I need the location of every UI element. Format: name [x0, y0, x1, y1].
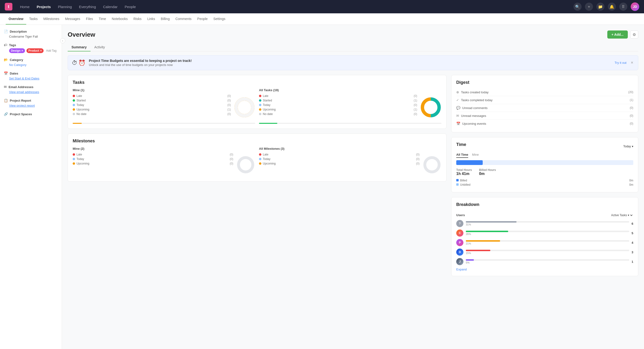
time-card: Time Today ▾ All Time Mine	[451, 137, 638, 192]
mine-tasks-donut	[234, 97, 255, 118]
time-tab-alltime[interactable]: All Time	[456, 153, 468, 158]
sidebar-collapse-button[interactable]: ‹	[60, 38, 65, 43]
sub-navigation: Overview Tasks Milestones Messages Files…	[0, 13, 644, 25]
nav-projects[interactable]: Projects	[34, 3, 54, 11]
banner-title: Project Time Budgets are essential to ke…	[89, 59, 611, 63]
svg-point-1	[236, 99, 253, 116]
all-late-row: Late (0)	[259, 94, 417, 98]
folder-button[interactable]: 📁	[596, 2, 604, 11]
subnav-overview[interactable]: Overview	[6, 13, 26, 24]
banner-cta[interactable]: Try it out	[614, 61, 626, 64]
digest-completed: ✓Tasks completed today (1)	[456, 96, 633, 104]
add-button[interactable]: + Add...	[607, 30, 628, 38]
mine-ms-today-row: Today (0)	[73, 157, 233, 161]
mine-ms-upcoming-row: Upcoming (0)	[73, 162, 233, 165]
all-tasks-donut	[420, 97, 442, 118]
tag-product-remove-icon[interactable]: ×	[40, 49, 42, 52]
search-button[interactable]: 🔍	[574, 2, 582, 11]
set-dates-link[interactable]: Set Start & End Dates	[4, 77, 58, 80]
overview-grid: Tasks Mine (1) Late (0)	[68, 75, 638, 276]
nav-everything[interactable]: Everything	[76, 3, 99, 11]
milestones-card: Milestones Mine (2) Late (0)	[68, 134, 446, 182]
tag-design-remove-icon[interactable]: ×	[22, 49, 23, 52]
comments-icon: 💬	[456, 106, 460, 110]
milestones-title: Milestones	[73, 139, 442, 144]
unassigned-avatar: ?	[456, 220, 464, 227]
nav-people[interactable]: People	[122, 3, 139, 11]
description-icon: 📄	[4, 29, 8, 33]
mine-milestones-donut	[236, 155, 255, 174]
digest-rows: ⊕Tasks created today (20) ✓Tasks complet…	[456, 88, 633, 127]
chevron-down-icon: ▾	[632, 145, 633, 148]
time-tab-mine[interactable]: Mine	[472, 153, 479, 158]
tab-summary[interactable]: Summary	[68, 43, 90, 51]
all-upcoming-row: Upcoming (1)	[259, 108, 417, 111]
subnav-tasks[interactable]: Tasks	[26, 13, 40, 24]
add-button[interactable]: ＋	[585, 2, 593, 11]
subnav-settings[interactable]: Settings	[210, 13, 228, 24]
user-avatar[interactable]: JD	[631, 2, 639, 11]
breakdown-princess: P 21% 4	[456, 239, 633, 246]
subnav-links[interactable]: Links	[144, 13, 158, 24]
today-select[interactable]: Today ▾	[623, 145, 633, 148]
nav-planning[interactable]: Planning	[55, 3, 74, 11]
subnav-milestones[interactable]: Milestones	[40, 13, 62, 24]
page-title: Overview	[68, 31, 95, 38]
subnav-risks[interactable]: Risks	[130, 13, 144, 24]
mine-tasks-panel: Mine (1) Late (0) Started (0)	[73, 88, 255, 124]
banner-close-button[interactable]: ×	[630, 60, 634, 65]
all-started-row: Started (1)	[259, 99, 417, 102]
breakdown-card: Breakdown Users Active Tasks ▾ ?	[451, 197, 638, 276]
email-icon: ✉	[4, 85, 7, 89]
subnav-messages[interactable]: Messages	[62, 13, 83, 24]
sidebar-description: 📄 Description Codename Tiger Fall	[4, 29, 58, 38]
breakdown-select[interactable]: Active Tasks ▾	[610, 213, 633, 217]
digest-events: 📅Upcoming events (0)	[456, 120, 633, 127]
all-milestones-title: All Milestones (3)	[259, 147, 442, 150]
view-report-link[interactable]: View project report	[4, 104, 58, 107]
subnav-files[interactable]: Files	[83, 13, 96, 24]
sidebar-tags: 🏷 Tags Design × Product × Add Tag	[4, 43, 58, 53]
nav-calendar[interactable]: Calendar	[100, 3, 120, 11]
subnav-people[interactable]: People	[194, 13, 210, 24]
dates-label: Dates	[10, 72, 18, 75]
mine-ms-late-row: Late (0)	[73, 153, 233, 156]
tasks-title: Tasks	[73, 80, 442, 85]
tags-icon: 🏷	[4, 43, 7, 47]
all-milestones-panel: All Milestones (3) Late (0) Today	[259, 147, 442, 177]
diane-avatar: D	[456, 249, 464, 256]
tag-product[interactable]: Product ×	[26, 48, 44, 53]
banner-icons: ⏱ ⏰	[72, 59, 86, 66]
unbilled-legend: Unbilled 0m	[456, 183, 633, 186]
top-navigation: t Home Projects Planning Everything Cale…	[0, 0, 644, 13]
princess-avatar: P	[456, 239, 464, 246]
all-milestones-donut	[422, 155, 442, 174]
breakdown-cuddly: C 26% 5	[456, 230, 633, 237]
all-ms-upcoming-row: Upcoming (0)	[259, 162, 420, 165]
subnav-comments[interactable]: Comments	[172, 13, 194, 24]
subnav-time[interactable]: Time	[96, 13, 109, 24]
subnav-notebooks[interactable]: Notebooks	[109, 13, 130, 24]
total-hours-stat: Total Hours 1h 41m	[456, 168, 472, 176]
subnav-billing[interactable]: Billing	[158, 13, 172, 24]
category-icon: 📂	[4, 58, 8, 62]
sidebar-report: 📋 Project Report View project report	[4, 99, 58, 107]
grid-button[interactable]: ⠿	[619, 2, 627, 11]
svg-point-5	[238, 158, 253, 172]
time-header: Time Today ▾	[456, 142, 633, 150]
tab-activity[interactable]: Activity	[90, 43, 109, 51]
tags-label: Tags	[9, 43, 16, 47]
created-icon: ⊕	[456, 90, 459, 94]
view-email-link[interactable]: View email addresses	[4, 90, 58, 94]
add-tag-button[interactable]: Add Tag	[45, 48, 58, 53]
settings-button[interactable]: ⚙	[630, 30, 638, 38]
time-budget-banner: ⏱ ⏰ Project Time Budgets are essential t…	[68, 55, 638, 70]
category-value[interactable]: No Category	[4, 63, 58, 67]
tag-design[interactable]: Design ×	[9, 48, 25, 53]
expand-link[interactable]: Expand	[456, 268, 633, 271]
brand-logo[interactable]: t	[5, 3, 12, 10]
notifications-button[interactable]: 🔔	[608, 2, 616, 11]
nav-home[interactable]: Home	[17, 3, 32, 11]
spaces-label: Project Spaces	[10, 112, 32, 116]
digest-messages: ✉Unread messages (0)	[456, 112, 633, 120]
